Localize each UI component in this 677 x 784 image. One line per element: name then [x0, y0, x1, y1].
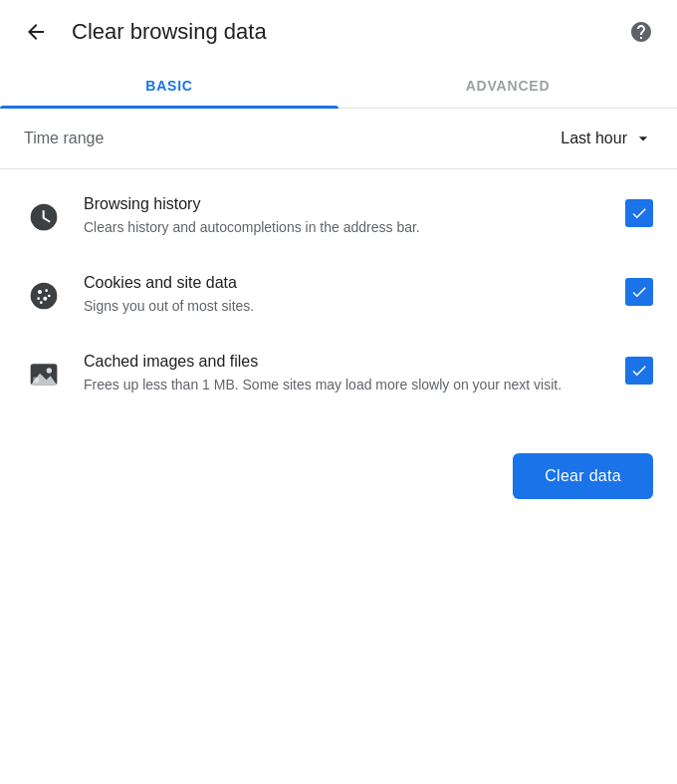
page-title: Clear browsing data [72, 19, 621, 45]
browsing-history-content: Browsing history Clears history and auto… [84, 195, 605, 238]
time-range-row: Time range Last hour [0, 109, 677, 168]
cookie-icon [24, 276, 64, 316]
time-range-dropdown[interactable]: Last hour [561, 129, 653, 148]
cached-title: Cached images and files [84, 353, 605, 371]
header: Clear browsing data [0, 0, 677, 64]
tab-advanced[interactable]: ADVANCED [338, 64, 677, 108]
tab-basic[interactable]: BASIC [0, 64, 338, 108]
time-range-value: Last hour [561, 130, 627, 147]
cookies-item[interactable]: Cookies and site data Signs you out of m… [0, 256, 677, 335]
clock-icon [24, 197, 64, 237]
back-button[interactable] [16, 12, 56, 52]
cached-item[interactable]: Cached images and files Frees up less th… [0, 335, 677, 413]
browsing-history-checkbox[interactable] [625, 199, 653, 227]
data-items-list: Browsing history Clears history and auto… [0, 169, 677, 421]
cached-desc: Frees up less than 1 MB. Some sites may … [84, 375, 605, 395]
svg-point-7 [40, 301, 43, 304]
svg-point-4 [37, 297, 40, 300]
svg-point-1 [31, 283, 58, 310]
footer: Clear data [0, 437, 677, 523]
cached-checkbox[interactable] [625, 357, 653, 385]
svg-point-3 [45, 289, 48, 292]
cookies-desc: Signs you out of most sites. [84, 296, 605, 317]
svg-point-5 [43, 297, 47, 301]
browsing-history-item[interactable]: Browsing history Clears history and auto… [0, 177, 677, 256]
image-icon [24, 355, 64, 394]
clear-data-button[interactable]: Clear data [513, 453, 653, 499]
browsing-history-desc: Clears history and autocompletions in th… [84, 217, 605, 238]
svg-point-11 [47, 368, 52, 373]
browsing-history-title: Browsing history [84, 195, 605, 213]
cookies-content: Cookies and site data Signs you out of m… [84, 274, 605, 317]
svg-point-2 [38, 290, 42, 294]
help-button[interactable] [621, 12, 661, 52]
dropdown-arrow-icon [633, 129, 653, 148]
svg-point-6 [48, 295, 51, 298]
cookies-checkbox[interactable] [625, 278, 653, 306]
cached-content: Cached images and files Frees up less th… [84, 353, 605, 395]
time-range-label: Time range [24, 130, 104, 147]
cookies-title: Cookies and site data [84, 274, 605, 292]
tabs-container: BASIC ADVANCED [0, 64, 677, 109]
